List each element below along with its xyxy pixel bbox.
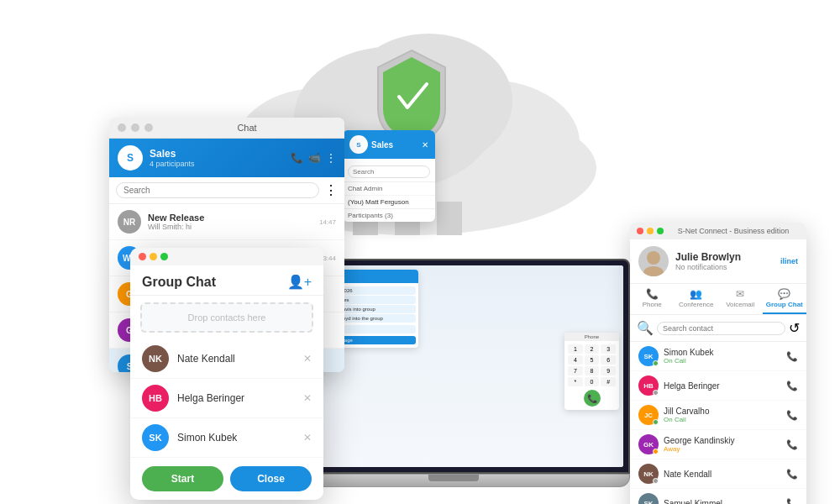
tab-conference[interactable]: 👥 Conference	[675, 284, 719, 314]
snet-user-status: No notifications	[675, 263, 774, 271]
add-contact-icon[interactable]: 👤+	[287, 274, 312, 290]
chat-header: S Sales 4 participants 📞 📹 ⋮	[109, 139, 344, 177]
contact-item: SK Samuel Kimmel 📞	[630, 489, 806, 504]
message-time: 14:47	[319, 218, 336, 226]
tab-phone[interactable]: 📞 Phone	[630, 284, 675, 314]
search-more-icon[interactable]: ⋮	[324, 182, 338, 198]
contact-avatar: HB	[638, 375, 659, 396]
tab-voicemail[interactable]: ✉ Voicemail	[718, 284, 763, 314]
key-7[interactable]: 7	[568, 366, 583, 375]
call-icon[interactable]: 📞	[786, 410, 798, 421]
key-hash[interactable]: #	[601, 377, 616, 386]
snet-titlebar: S-Net Connect - Business edition	[630, 223, 806, 239]
contact-name: Simon Kubek	[177, 432, 295, 444]
key-4[interactable]: 4	[568, 355, 583, 365]
snet-panel: S-Net Connect - Business edition Julie B…	[630, 223, 806, 504]
sales-admin-section: Chat Admin	[343, 181, 435, 195]
snet-tabs: 📞 Phone 👥 Conference ✉ Voicemail 💬 Group…	[630, 284, 806, 315]
call-icon[interactable]: 📞	[786, 469, 798, 480]
contact-name: New Release	[148, 213, 312, 223]
contact-avatar: SK	[638, 493, 659, 504]
key-star[interactable]: *	[568, 377, 583, 386]
contact-info: Simon Kubek On Call	[664, 348, 781, 365]
snet-dot-green	[657, 228, 664, 234]
more-icon[interactable]: ⋮	[326, 152, 336, 164]
contact-name: Nate Kendall	[664, 470, 781, 479]
remove-contact-icon[interactable]: ✕	[303, 392, 312, 404]
popup-actions: Start Close	[130, 458, 323, 500]
status-indicator	[653, 449, 659, 454]
tab-group-chat[interactable]: 💬 Group Chat	[763, 284, 807, 314]
group-contact-item: SK Simon Kubek ✕	[130, 418, 323, 458]
contact-name: Helga Beringer	[664, 381, 781, 391]
group-chat-popup: Group Chat 👤+ Drop contacts here NK Nate…	[130, 248, 323, 500]
svg-rect-7	[437, 202, 462, 235]
phone-keypad: 1 2 3 4 5 6 7 8 9 * 0 #	[568, 344, 616, 386]
snet-user-info: Julie Browlyn No notifications	[675, 251, 774, 271]
contact-avatar: JC	[638, 405, 659, 425]
contact-avatar: GK	[638, 434, 659, 454]
sales-search-input[interactable]	[348, 165, 430, 178]
popup-header: Group Chat 👤+	[130, 265, 323, 296]
chat-search-input[interactable]	[116, 182, 319, 198]
drop-zone[interactable]: Drop contacts here	[140, 302, 313, 333]
chat-search-bar: ⋮	[109, 177, 344, 204]
laptop-mini-phone: Phone 1 2 3 4 5 6 7 8 9 *	[564, 333, 619, 410]
key-6[interactable]: 6	[601, 355, 616, 365]
key-2[interactable]: 2	[585, 344, 600, 354]
titlebar-dot-1	[118, 123, 126, 132]
popup-dot-green	[160, 253, 168, 260]
snet-dot-yellow	[647, 228, 654, 234]
close-button[interactable]: Close	[230, 466, 312, 491]
snet-search: 🔍 ↺	[630, 315, 806, 342]
key-0[interactable]: 0	[585, 377, 600, 386]
search-icon: 🔍	[637, 320, 654, 336]
list-info: New Release Will Smith: hi	[148, 213, 312, 231]
tab-phone-label: Phone	[643, 301, 662, 308]
snet-user-name: Julie Browlyn	[675, 251, 774, 263]
contact-avatar: SK	[638, 346, 659, 366]
laptop-phone-body: 1 2 3 4 5 6 7 8 9 * 0 #	[564, 341, 619, 410]
titlebar-dot-3	[144, 123, 153, 132]
call-icon[interactable]: 📞	[786, 498, 798, 505]
contact-item: GK George Kandinskiy Away 📞	[630, 430, 806, 459]
snet-dot-red	[637, 228, 643, 234]
close-icon[interactable]: ✕	[422, 140, 428, 150]
video-icon[interactable]: 📹	[308, 152, 321, 164]
snet-title-text: S-Net Connect - Business edition	[667, 227, 800, 235]
key-5[interactable]: 5	[585, 355, 600, 365]
contact-item: JC Jill Carvalho On Call 📞	[630, 401, 806, 430]
avatar: NR	[118, 210, 141, 234]
phone-icon[interactable]: 📞	[291, 152, 303, 164]
sales-search	[343, 159, 435, 181]
refresh-icon[interactable]: ↺	[789, 320, 800, 336]
groupchat-tab-icon: 💬	[764, 288, 806, 300]
list-item[interactable]: NR New Release Will Smith: hi 14:47	[109, 204, 344, 240]
key-1[interactable]: 1	[568, 344, 583, 354]
chat-header-avatar: S	[118, 145, 143, 171]
key-8[interactable]: 8	[585, 366, 600, 375]
key-3[interactable]: 3	[601, 344, 616, 354]
snet-logo: ilinet	[780, 257, 798, 265]
contact-item: SK Simon Kubek On Call 📞	[630, 342, 806, 371]
contact-avatar: SK	[142, 424, 169, 451]
call-button[interactable]: 📞	[584, 390, 601, 407]
contact-name: Nate Kendall	[177, 353, 295, 365]
call-icon[interactable]: 📞	[786, 351, 798, 362]
status-indicator	[653, 390, 659, 396]
start-button[interactable]: Start	[142, 466, 223, 491]
snet-user-header: Julie Browlyn No notifications ilinet	[630, 239, 806, 284]
group-contact-item: NK Nate Kendall ✕	[130, 339, 323, 379]
remove-contact-icon[interactable]: ✕	[303, 353, 312, 365]
phone-tab-icon: 📞	[632, 288, 673, 300]
call-icon[interactable]: 📞	[786, 439, 798, 450]
svg-point-8	[647, 251, 660, 265]
remove-contact-icon[interactable]: ✕	[303, 432, 312, 444]
contact-avatar: NK	[638, 464, 659, 484]
contact-info: Nate Kendall	[664, 470, 781, 479]
sales-popup-title: Sales	[371, 140, 393, 150]
key-9[interactable]: 9	[601, 366, 616, 375]
snet-search-input[interactable]	[657, 322, 785, 335]
call-icon[interactable]: 📞	[786, 381, 798, 391]
popup-dot-red	[139, 253, 146, 260]
